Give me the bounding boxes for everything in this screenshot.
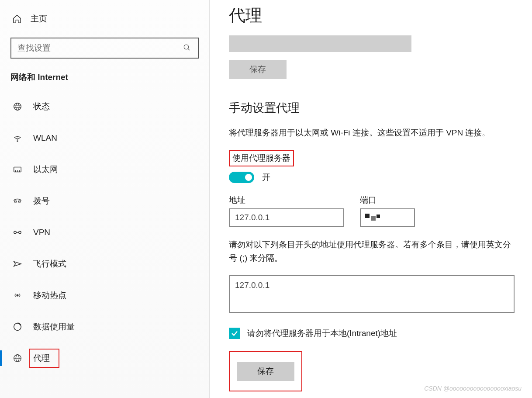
home-row[interactable]: 主页 (0, 9, 209, 35)
sidebar-item-label: 移动热点 (33, 290, 66, 301)
sidebar-item-label: 代理 (33, 353, 50, 364)
disabled-input-bar (229, 35, 411, 52)
use-proxy-label: 使用代理服务器 (232, 152, 290, 164)
svg-point-16 (17, 294, 18, 296)
port-group: 端口 (360, 194, 415, 227)
sidebar: 主页 网络和 Internet 状态 WLAN 以太网 拨号 (0, 0, 210, 398)
main-content: 代理 保存 手动设置代理 将代理服务器用于以太网或 Wi-Fi 连接。这些设置不… (210, 0, 532, 398)
intranet-checkbox-row: 请勿将代理服务器用于本地(Intranet)地址 (229, 328, 515, 339)
sidebar-item-proxy[interactable]: 代理 (0, 343, 209, 374)
sidebar-item-label: 以太网 (33, 164, 58, 175)
toggle-state-label: 开 (262, 172, 270, 183)
address-input[interactable] (229, 208, 344, 227)
svg-rect-21 (365, 214, 370, 218)
manual-proxy-description: 将代理服务器用于以太网或 Wi-Fi 连接。这些设置不适用于 VPN 连接。 (229, 126, 515, 139)
svg-point-2 (14, 103, 21, 111)
sidebar-item-label: WLAN (33, 133, 57, 143)
search-icon (183, 44, 192, 52)
highlight-box: 保存 (229, 351, 302, 391)
intranet-checkbox-label: 请勿将代理服务器用于本地(Intranet)地址 (247, 328, 397, 339)
svg-point-0 (184, 45, 189, 49)
sidebar-item-hotspot[interactable]: 移动热点 (0, 280, 209, 311)
page-title: 代理 (229, 4, 515, 27)
home-icon (12, 14, 22, 24)
home-label: 主页 (31, 13, 47, 24)
sidebar-item-label: 拨号 (33, 195, 50, 207)
proxy-icon (12, 353, 23, 363)
sidebar-item-airplane[interactable]: 飞行模式 (0, 248, 209, 280)
exclude-description: 请勿对以下列条目开头的地址使用代理服务器。若有多个条目，请使用英文分号 (;) … (229, 238, 515, 265)
use-proxy-toggle[interactable] (229, 172, 254, 183)
globe-icon (12, 101, 23, 112)
wifi-icon (12, 133, 23, 143)
vpn-icon (12, 227, 23, 238)
sidebar-item-label: 飞行模式 (33, 258, 66, 270)
address-port-row: 地址 端口 (229, 194, 515, 227)
sidebar-item-label: VPN (33, 228, 50, 237)
search-box[interactable] (10, 38, 199, 59)
address-group: 地址 (229, 194, 344, 227)
watermark: CSDN @ooooooooooooooooxiaosu (424, 385, 522, 392)
sidebar-item-datausage[interactable]: 数据使用量 (0, 311, 209, 343)
airplane-icon (12, 259, 23, 269)
sidebar-item-dialup[interactable]: 拨号 (0, 185, 209, 217)
svg-rect-22 (371, 216, 376, 221)
hotspot-icon (12, 290, 23, 301)
intranet-checkbox[interactable] (229, 328, 240, 339)
exclude-textarea[interactable] (229, 275, 515, 313)
svg-point-14 (19, 231, 21, 234)
sidebar-item-label: 数据使用量 (33, 321, 75, 332)
redacted-port (364, 212, 385, 223)
ethernet-icon (12, 164, 23, 175)
sidebar-item-ethernet[interactable]: 以太网 (0, 154, 209, 185)
svg-rect-11 (15, 201, 17, 202)
svg-rect-23 (377, 215, 380, 218)
sidebar-item-label: 状态 (33, 101, 50, 112)
svg-point-13 (14, 231, 17, 234)
save-button-top[interactable]: 保存 (229, 60, 287, 79)
save-button-bottom[interactable]: 保存 (237, 362, 294, 381)
svg-rect-12 (19, 201, 21, 202)
svg-point-3 (16, 103, 19, 111)
highlight-box: 使用代理服务器 (229, 150, 294, 166)
sidebar-item-wlan[interactable]: WLAN (0, 122, 209, 154)
svg-line-1 (188, 48, 190, 50)
sidebar-item-vpn[interactable]: VPN (0, 217, 209, 248)
data-usage-icon (12, 322, 23, 332)
toggle-knob (245, 174, 252, 181)
dialup-icon (12, 196, 23, 206)
toggle-row: 开 (229, 172, 515, 183)
manual-proxy-heading: 手动设置代理 (229, 100, 515, 116)
port-label: 端口 (360, 194, 415, 206)
sidebar-item-status[interactable]: 状态 (0, 91, 209, 122)
svg-point-6 (17, 141, 18, 142)
address-label: 地址 (229, 194, 344, 206)
search-input[interactable] (17, 43, 183, 53)
section-title: 网络和 Internet (0, 72, 209, 91)
